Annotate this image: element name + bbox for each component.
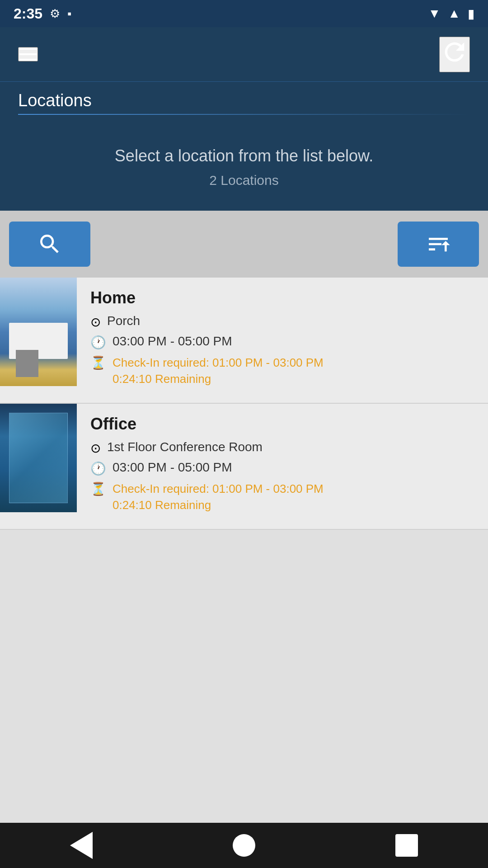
location-item-home[interactable]: Home ⊙ Porch 🕐 03:00 PM - 05:00 PM ⏳ Che…: [0, 278, 488, 404]
instruction-text: Select a location from the list below.: [18, 146, 470, 165]
sdcard-icon: ▪: [67, 7, 71, 21]
settings-icon: ⚙: [50, 7, 60, 21]
location-list: Home ⊙ Porch 🕐 03:00 PM - 05:00 PM ⏳ Che…: [0, 278, 488, 530]
recent-icon: [395, 834, 418, 857]
search-button[interactable]: [9, 222, 90, 267]
nav-bar: [0, 823, 488, 868]
sort-button[interactable]: [398, 222, 479, 267]
office-time-range: 03:00 PM - 05:00 PM: [113, 460, 232, 475]
refresh-button[interactable]: [439, 37, 470, 72]
home-checkin-text: Check-In required: 01:00 PM - 03:00 PM0:…: [113, 354, 324, 387]
menu-button[interactable]: [18, 47, 38, 61]
clock-icon: 🕐: [90, 335, 106, 350]
sort-icon: [426, 231, 451, 257]
home-image: [0, 278, 77, 386]
back-icon: [70, 832, 93, 859]
page-divider: [18, 114, 470, 115]
home-nav-icon: [233, 834, 255, 857]
wifi-icon: ▼: [428, 6, 441, 21]
home-nav-button[interactable]: [233, 834, 255, 857]
app-bar: [0, 27, 488, 81]
office-time-row: 🕐 03:00 PM - 05:00 PM: [90, 460, 474, 476]
refresh-icon-svg: [440, 38, 469, 66]
empty-area: [0, 530, 488, 846]
instruction-banner: Select a location from the list below. 2…: [0, 128, 488, 211]
office-checkin-row: ⏳ Check-In required: 01:00 PM - 03:00 PM…: [90, 481, 474, 514]
search-icon: [37, 231, 62, 257]
arrow-circle-icon-2: ⊙: [90, 441, 101, 456]
page-title: Locations: [18, 91, 470, 110]
home-details: Home ⊙ Porch 🕐 03:00 PM - 05:00 PM ⏳ Che…: [77, 278, 488, 403]
filter-bar: [0, 211, 488, 278]
office-sublocation-row: ⊙ 1st Floor Conference Room: [90, 440, 474, 456]
office-details: Office ⊙ 1st Floor Conference Room 🕐 03:…: [77, 404, 488, 529]
arrow-circle-icon: ⊙: [90, 315, 101, 330]
recent-button[interactable]: [395, 834, 418, 857]
hamburger-line-1: [19, 48, 37, 50]
home-name: Home: [90, 288, 474, 307]
home-sublocation-row: ⊙ Porch: [90, 314, 474, 330]
hamburger-line-3: [19, 59, 37, 61]
clock-icon-2: 🕐: [90, 461, 106, 476]
office-checkin-text: Check-In required: 01:00 PM - 03:00 PM0:…: [113, 481, 324, 514]
status-left: 2:35 ⚙ ▪: [14, 5, 71, 22]
office-name: Office: [90, 415, 474, 434]
hourglass-icon: ⏳: [90, 355, 106, 370]
status-right: ▼ ▲ ▮: [428, 6, 474, 21]
location-count: 2 Locations: [18, 173, 470, 188]
hourglass-icon-2: ⏳: [90, 481, 106, 496]
page-header: Locations: [0, 81, 488, 128]
signal-icon: ▲: [448, 6, 460, 21]
status-bar: 2:35 ⚙ ▪ ▼ ▲ ▮: [0, 0, 488, 27]
office-image: [0, 404, 77, 512]
battery-icon: ▮: [468, 6, 474, 21]
status-time: 2:35: [14, 5, 42, 22]
home-sublocation: Porch: [107, 314, 140, 328]
home-time-range: 03:00 PM - 05:00 PM: [113, 334, 232, 349]
back-button[interactable]: [70, 832, 93, 859]
home-checkin-row: ⏳ Check-In required: 01:00 PM - 03:00 PM…: [90, 354, 474, 387]
hamburger-line-2: [19, 53, 37, 55]
office-sublocation: 1st Floor Conference Room: [107, 440, 263, 454]
home-time-row: 🕐 03:00 PM - 05:00 PM: [90, 334, 474, 350]
location-item-office[interactable]: Office ⊙ 1st Floor Conference Room 🕐 03:…: [0, 404, 488, 530]
